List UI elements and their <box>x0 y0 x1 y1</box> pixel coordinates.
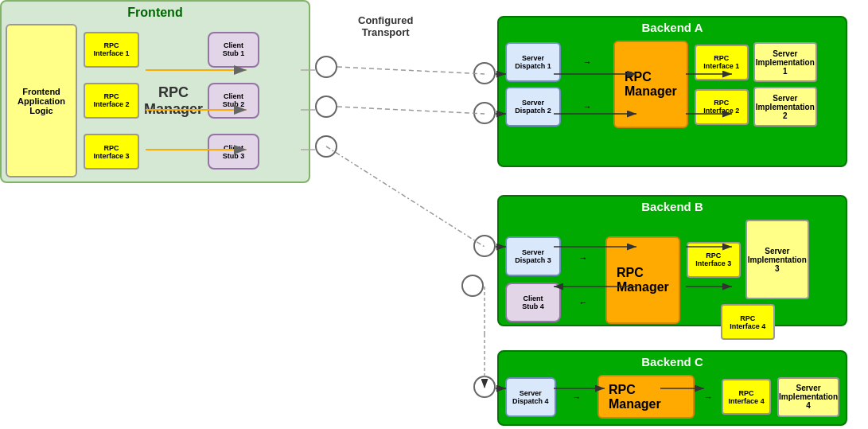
rpc-interface-1: RPCInterface 1 <box>84 32 139 68</box>
backend-b-rpc-interface-3: RPCInterface 3 <box>687 242 741 278</box>
backend-a-server-impl-2: ServerImplementation 2 <box>753 87 817 127</box>
server-dispatch-4: ServerDispatch 4 <box>505 377 556 417</box>
rpc-manager-label: RPCManager <box>144 84 203 118</box>
rpc-interfaces: RPCInterface 1 RPCInterface 2 RPCInterfa… <box>84 24 139 177</box>
circle-node-3 <box>315 135 337 158</box>
backend-b-rpc-manager: RPCManager <box>605 236 680 324</box>
server-dispatch-1: ServerDispatch 1 <box>505 42 561 82</box>
backend-a-box: Backend A ServerDispatch 1 ServerDispatc… <box>497 16 847 167</box>
client-stub-4: ClientStub 4 <box>505 283 561 322</box>
circle-node-1 <box>315 56 337 78</box>
backend-c-rpc-manager: RPC Manager <box>597 375 695 419</box>
frontend-title: Frontend <box>6 6 305 20</box>
backend-c-box: Backend C ServerDispatch 4 → RPC Manager… <box>497 350 847 426</box>
server-dispatch-3: ServerDispatch 3 <box>505 236 561 276</box>
backend-a-rpc-interface-1: RPCInterface 1 <box>695 45 749 80</box>
backend-c-title: Backend C <box>499 352 846 372</box>
backend-a-rpc-interface-2: RPCInterface 2 <box>695 89 749 125</box>
svg-line-10 <box>326 146 485 247</box>
frontend-box: Frontend FrontendApplicationLogic RPCInt… <box>0 0 310 183</box>
backend-b-box: Backend B ServerDispatch 3 ClientStub 4 … <box>497 195 847 326</box>
circle-node-backendA-1 <box>473 62 496 84</box>
rpc-manager-center: RPCManager <box>146 24 201 177</box>
backend-a-server-impl-1: ServerImplementation 1 <box>753 42 817 82</box>
backend-c-server-impl-4: ServerImplementation 4 <box>777 377 839 417</box>
backend-b-server-impl-3: ServerImplementation 3 <box>745 220 809 299</box>
circle-node-backendB <box>473 235 496 257</box>
backend-b-title: Backend B <box>499 197 846 216</box>
server-dispatch-2: ServerDispatch 2 <box>505 87 561 127</box>
circle-node-backendC <box>473 376 496 398</box>
client-stub-3: ClientStub 3 <box>208 134 259 170</box>
circle-node-backendA-2 <box>473 102 496 124</box>
circle-node-2 <box>315 96 337 118</box>
svg-line-9 <box>337 107 485 114</box>
client-stub-1: ClientStub 1 <box>208 32 259 68</box>
diagram: Frontend FrontendApplicationLogic RPCInt… <box>0 0 868 429</box>
backend-c-rpc-interface-4: RPCInterface 4 <box>722 379 771 415</box>
svg-line-8 <box>337 67 485 74</box>
backend-b-rpc-interface-4: RPCInterface 4 <box>721 304 775 340</box>
circle-node-backendB-2 <box>461 275 484 297</box>
frontend-inner: FrontendApplicationLogic RPCInterface 1 … <box>6 24 305 177</box>
rpc-interface-3: RPCInterface 3 <box>84 134 139 170</box>
configured-transport-label: ConfiguredTransport <box>358 14 413 38</box>
client-stub-2: ClientStub 2 <box>208 83 259 119</box>
backend-a-title: Backend A <box>499 18 846 37</box>
rpc-interface-2: RPCInterface 2 <box>84 83 139 119</box>
backend-a-rpc-manager: RPCManager <box>613 41 688 128</box>
client-stubs: ClientStub 1 ClientStub 2 ClientStub 3 <box>208 24 259 177</box>
app-logic-box: FrontendApplicationLogic <box>6 24 77 177</box>
